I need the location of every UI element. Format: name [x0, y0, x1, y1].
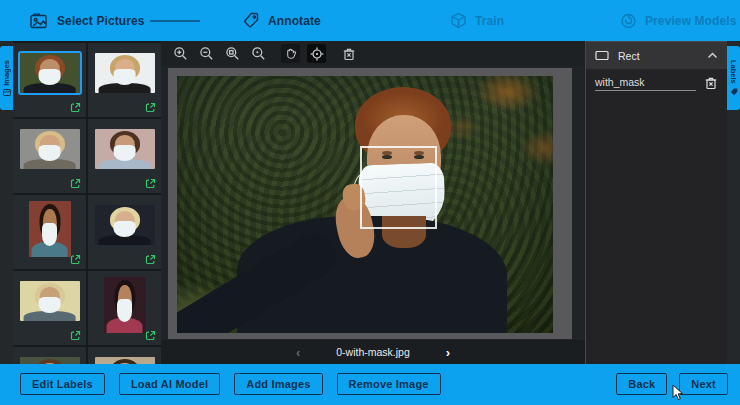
target-tool-icon[interactable]	[307, 44, 326, 63]
thumb-person-mask	[38, 145, 61, 161]
step-connector	[150, 20, 200, 22]
viewer-toolbar	[161, 41, 585, 66]
label-name-field[interactable]: with_mask	[595, 76, 696, 91]
footer-left-buttons: Edit Labels Load AI Model Add Images Rem…	[20, 373, 441, 395]
thumb-person-mask	[113, 145, 136, 161]
annotation-viewer: ‹ 0-with-mask.jpg ›	[161, 41, 585, 364]
step-label: Select Pictures	[57, 14, 145, 28]
step-label: Train	[475, 14, 504, 28]
open-image-icon[interactable]	[145, 178, 156, 189]
thumbnail-cell[interactable]	[13, 347, 86, 364]
previous-image-button[interactable]: ‹	[296, 346, 300, 359]
thumbnail-cell[interactable]	[13, 271, 86, 345]
thumbnail-image[interactable]	[20, 129, 80, 169]
thumbnail-image[interactable]	[95, 53, 155, 93]
sidebar-tab-images[interactable]: Images	[0, 46, 13, 110]
thumbnail-cell[interactable]	[88, 43, 161, 117]
collapse-chevron-icon[interactable]	[707, 52, 718, 59]
top-step-bar: Select Pictures Annotate Train	[0, 0, 740, 41]
thumbnail-image[interactable]	[95, 129, 155, 169]
thumbnail-cell[interactable]	[13, 119, 86, 193]
tag-icon	[243, 12, 260, 29]
edit-labels-button[interactable]: Edit Labels	[20, 373, 105, 395]
remove-image-button[interactable]: Remove Image	[337, 373, 441, 395]
labels-panel-header: Rect	[586, 42, 727, 69]
annotation-canvas-photo[interactable]	[177, 76, 553, 333]
zoom-out-icon[interactable]	[197, 44, 216, 63]
thumbnail-cell-selected[interactable]	[13, 43, 86, 117]
thumb-person-mask	[113, 221, 136, 237]
step-annotate[interactable]: Annotate	[243, 0, 321, 41]
pictures-icon	[30, 13, 49, 29]
step-label: Preview Models	[645, 14, 736, 28]
sidebar-tab-labels[interactable]: Labels	[727, 46, 740, 110]
thumbnail-image[interactable]	[20, 357, 80, 364]
thumb-person-mask	[38, 69, 61, 85]
labels-tab-label: Labels	[729, 60, 738, 84]
thumb-person-mask	[38, 297, 61, 313]
step-select-pictures[interactable]: Select Pictures	[30, 0, 145, 41]
open-image-icon[interactable]	[145, 254, 156, 265]
image-navigation-bar: ‹ 0-with-mask.jpg ›	[161, 340, 585, 364]
images-icon	[3, 89, 11, 96]
cube-icon	[450, 12, 467, 29]
open-image-icon[interactable]	[70, 254, 81, 265]
thumbnail-image[interactable]	[20, 53, 80, 93]
step-preview-models[interactable]: Preview Models	[620, 0, 736, 41]
pan-tool-icon[interactable]	[281, 44, 300, 63]
thumbnail-cell[interactable]	[88, 271, 161, 345]
thumbnail-cell[interactable]	[88, 195, 161, 269]
current-filename: 0-with-mask.jpg	[336, 346, 410, 358]
shape-type-label: Rect	[618, 50, 698, 62]
next-button[interactable]: Next	[679, 373, 728, 395]
open-image-icon[interactable]	[70, 178, 81, 189]
thumbnail-cell[interactable]	[13, 195, 86, 269]
zoom-in-icon[interactable]	[171, 44, 190, 63]
open-image-icon[interactable]	[70, 330, 81, 341]
thumbnail-image[interactable]	[20, 281, 80, 321]
thumbnail-grid	[13, 41, 161, 364]
images-tab-label: Images	[2, 60, 11, 86]
labels-tag-icon	[730, 88, 738, 96]
next-image-button[interactable]: ›	[446, 346, 450, 359]
thumbnail-cell[interactable]	[88, 119, 161, 193]
delete-label-icon[interactable]	[704, 76, 718, 90]
annotation-bounding-box[interactable]	[360, 146, 437, 229]
load-ai-model-button[interactable]: Load AI Model	[119, 373, 220, 395]
label-entry-row: with_mask	[586, 69, 727, 97]
step-label: Annotate	[268, 14, 321, 28]
open-image-icon[interactable]	[145, 102, 156, 113]
add-images-button[interactable]: Add Images	[234, 373, 322, 395]
delete-annotation-icon[interactable]	[339, 44, 358, 63]
labels-panel: Rect with_mask	[585, 41, 727, 364]
open-image-icon[interactable]	[145, 330, 156, 341]
footer-right-buttons: Back Next	[616, 373, 728, 395]
preview-icon	[620, 12, 637, 29]
thumbnail-image[interactable]	[29, 201, 71, 257]
open-image-icon[interactable]	[70, 102, 81, 113]
zoom-fit-icon[interactable]	[223, 44, 242, 63]
zoom-reset-icon[interactable]	[249, 44, 268, 63]
thumbnail-image[interactable]	[95, 357, 155, 364]
thumbnail-image[interactable]	[95, 205, 155, 245]
image-list-sidebar	[13, 41, 161, 364]
thumbnail-cell[interactable]	[88, 347, 161, 364]
annotation-app: Select Pictures Annotate Train	[0, 0, 740, 405]
rect-shape-icon	[595, 50, 609, 61]
bottom-action-bar: Edit Labels Load AI Model Add Images Rem…	[0, 364, 740, 405]
thumb-person-mask	[113, 69, 136, 85]
step-train[interactable]: Train	[450, 0, 504, 41]
back-button[interactable]: Back	[616, 373, 667, 395]
thumbnail-image[interactable]	[104, 277, 146, 333]
